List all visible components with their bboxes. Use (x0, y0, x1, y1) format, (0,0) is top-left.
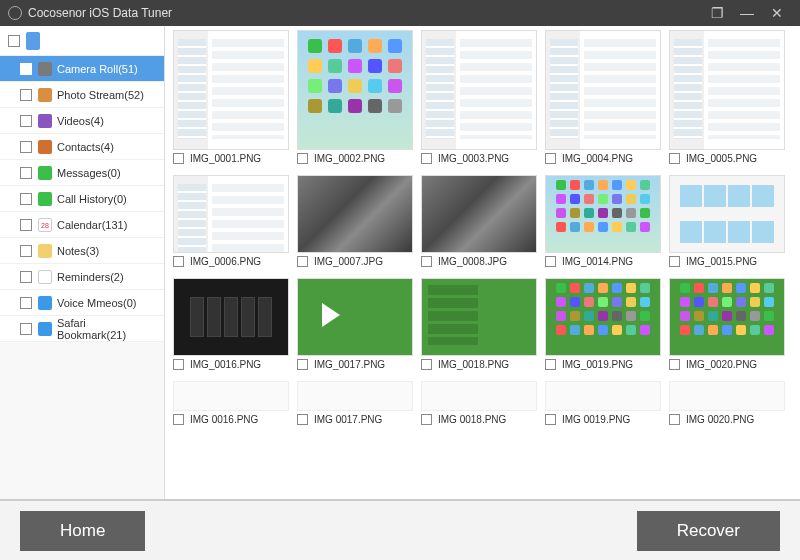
file-checkbox[interactable] (545, 153, 556, 164)
file-label-row: IMG 0020.PNG (669, 411, 785, 428)
file-checkbox[interactable] (173, 256, 184, 267)
file-checkbox[interactable] (297, 153, 308, 164)
file-name: IMG_0007.JPG (314, 256, 383, 267)
file-card[interactable]: IMG_0008.JPG (421, 175, 537, 270)
category-label: Voice Mmeos(0) (57, 297, 136, 309)
category-checkbox[interactable] (20, 193, 32, 205)
category-label: Calendar(131) (57, 219, 127, 231)
footer: Home Recover (0, 500, 800, 560)
file-card[interactable]: IMG_0020.PNG (669, 278, 785, 373)
file-checkbox[interactable] (173, 414, 184, 425)
file-card[interactable]: IMG 0018.PNG (421, 381, 537, 428)
file-checkbox[interactable] (421, 153, 432, 164)
category-checkbox[interactable] (20, 141, 32, 153)
file-card[interactable]: IMG_0019.PNG (545, 278, 661, 373)
file-checkbox[interactable] (173, 153, 184, 164)
file-checkbox[interactable] (545, 414, 556, 425)
sidebar-item[interactable]: Voice Mmeos(0) (0, 290, 164, 316)
file-card[interactable]: IMG_0015.PNG (669, 175, 785, 270)
thumbnail (297, 381, 413, 411)
file-checkbox[interactable] (545, 256, 556, 267)
category-label: Photo Stream(52) (57, 89, 144, 101)
file-label-row: IMG_0006.PNG (173, 253, 289, 270)
file-name: IMG_0004.PNG (562, 153, 633, 164)
thumbnail (421, 278, 537, 356)
file-name: IMG_0002.PNG (314, 153, 385, 164)
sidebar-item[interactable]: Messages(0) (0, 160, 164, 186)
file-card[interactable]: IMG_0005.PNG (669, 30, 785, 167)
file-card[interactable]: IMG_0003.PNG (421, 30, 537, 167)
file-card[interactable]: IMG_0004.PNG (545, 30, 661, 167)
category-checkbox[interactable] (20, 245, 32, 257)
file-checkbox[interactable] (669, 256, 680, 267)
file-checkbox[interactable] (545, 359, 556, 370)
category-checkbox[interactable] (20, 297, 32, 309)
device-checkbox[interactable] (8, 35, 20, 47)
file-checkbox[interactable] (669, 153, 680, 164)
sidebar-item[interactable]: Call History(0) (0, 186, 164, 212)
file-name: IMG_0019.PNG (562, 359, 633, 370)
recover-button[interactable]: Recover (637, 511, 780, 551)
file-card[interactable]: IMG 0017.PNG (297, 381, 413, 428)
file-card[interactable]: IMG_0002.PNG (297, 30, 413, 167)
file-label-row: IMG 0017.PNG (297, 411, 413, 428)
file-label-row: IMG_0008.JPG (421, 253, 537, 270)
category-icon (38, 192, 52, 206)
sidebar-item[interactable]: 28Calendar(131) (0, 212, 164, 238)
home-button[interactable]: Home (20, 511, 145, 551)
sidebar-item[interactable]: Photo Stream(52) (0, 82, 164, 108)
thumbnail (669, 30, 785, 150)
category-label: Notes(3) (57, 245, 99, 257)
file-card[interactable]: IMG 0019.PNG (545, 381, 661, 428)
category-label: Safari Bookmark(21) (57, 317, 156, 341)
file-checkbox[interactable] (669, 414, 680, 425)
thumbnail (669, 278, 785, 356)
thumbnail (297, 278, 413, 356)
sidebar-item[interactable]: Safari Bookmark(21) (0, 316, 164, 342)
category-label: Videos(4) (57, 115, 104, 127)
file-card[interactable]: IMG 0016.PNG (173, 381, 289, 428)
device-row[interactable] (0, 26, 164, 56)
file-card[interactable]: IMG_0017.PNG (297, 278, 413, 373)
category-checkbox[interactable] (20, 89, 32, 101)
file-checkbox[interactable] (669, 359, 680, 370)
file-checkbox[interactable] (421, 256, 432, 267)
file-checkbox[interactable] (297, 256, 308, 267)
file-name: IMG 0017.PNG (314, 414, 382, 425)
file-label-row: IMG_0001.PNG (173, 150, 289, 167)
category-checkbox[interactable] (20, 323, 32, 335)
minimize-button[interactable]: — (732, 0, 762, 26)
category-checkbox[interactable] (20, 63, 32, 75)
file-name: IMG_0017.PNG (314, 359, 385, 370)
restore-button[interactable]: ❐ (702, 0, 732, 26)
file-checkbox[interactable] (173, 359, 184, 370)
file-checkbox[interactable] (421, 414, 432, 425)
category-checkbox[interactable] (20, 219, 32, 231)
category-checkbox[interactable] (20, 167, 32, 179)
category-checkbox[interactable] (20, 271, 32, 283)
file-label-row: IMG_0015.PNG (669, 253, 785, 270)
category-label: Call History(0) (57, 193, 127, 205)
file-name: IMG 0016.PNG (190, 414, 258, 425)
app-logo-icon (8, 6, 22, 20)
category-checkbox[interactable] (20, 115, 32, 127)
sidebar-item[interactable]: Reminders(2) (0, 264, 164, 290)
file-card[interactable]: IMG_0006.PNG (173, 175, 289, 270)
sidebar-item[interactable]: Contacts(4) (0, 134, 164, 160)
file-card[interactable]: IMG 0020.PNG (669, 381, 785, 428)
close-button[interactable]: ✕ (762, 0, 792, 26)
sidebar-item[interactable]: Camera Roll(51) (0, 56, 164, 82)
sidebar-item[interactable]: Videos(4) (0, 108, 164, 134)
file-label-row: IMG_0020.PNG (669, 356, 785, 373)
file-checkbox[interactable] (297, 414, 308, 425)
file-card[interactable]: IMG_0014.PNG (545, 175, 661, 270)
file-card[interactable]: IMG_0018.PNG (421, 278, 537, 373)
category-icon (38, 270, 52, 284)
category-icon (38, 114, 52, 128)
file-card[interactable]: IMG_0007.JPG (297, 175, 413, 270)
file-card[interactable]: IMG_0016.PNG (173, 278, 289, 373)
file-card[interactable]: IMG_0001.PNG (173, 30, 289, 167)
sidebar-item[interactable]: Notes(3) (0, 238, 164, 264)
file-checkbox[interactable] (297, 359, 308, 370)
file-checkbox[interactable] (421, 359, 432, 370)
